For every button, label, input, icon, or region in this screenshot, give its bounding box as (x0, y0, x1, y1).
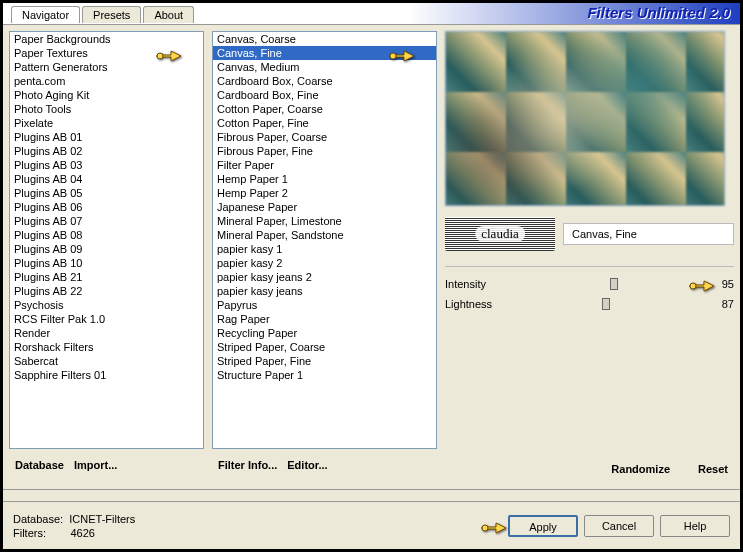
category-list[interactable]: Paper BackgroundsPaper TexturesPattern G… (9, 31, 204, 449)
list-item[interactable]: Plugins AB 21 (10, 270, 203, 284)
current-filter-name: Canvas, Fine (563, 223, 734, 245)
list-item[interactable]: Plugins AB 07 (10, 214, 203, 228)
filtername-row: Canvas, Fine (445, 216, 734, 252)
list-item[interactable]: Cotton Paper, Coarse (213, 102, 436, 116)
sliders-panel: Intensity95Lightness87 (445, 266, 734, 317)
tab-presets[interactable]: Presets (82, 6, 141, 23)
list-item[interactable]: Papyrus (213, 298, 436, 312)
filters-label: Filters: (13, 527, 46, 539)
preview-bottom-buttons: Randomize Reset (445, 453, 734, 479)
editor-button[interactable]: Editor... (285, 455, 329, 475)
list-item[interactable]: Recycling Paper (213, 326, 436, 340)
reset-button[interactable]: Reset (696, 459, 730, 479)
db-label: Database: (13, 513, 63, 525)
list-item[interactable]: Canvas, Coarse (213, 32, 436, 46)
list-item[interactable]: Structure Paper 1 (213, 368, 436, 382)
watermark-badge (445, 217, 555, 251)
list-item[interactable]: Psychosis (10, 298, 203, 312)
list-item[interactable]: Mineral Paper, Limestone (213, 214, 436, 228)
slider-thumb[interactable] (602, 298, 610, 310)
list-item[interactable]: Striped Paper, Fine (213, 354, 436, 368)
list-item[interactable]: Cardboard Box, Coarse (213, 74, 436, 88)
database-button[interactable]: Database (13, 455, 66, 475)
slider-label: Lightness (445, 298, 505, 310)
tab-navigator[interactable]: Navigator (11, 6, 80, 23)
pointer-hand-icon (480, 517, 508, 537)
list-item[interactable]: Plugins AB 02 (10, 144, 203, 158)
list-item[interactable]: RCS Filter Pak 1.0 (10, 312, 203, 326)
list-item[interactable]: Sapphire Filters 01 (10, 368, 203, 382)
list-item[interactable]: Paper Textures (10, 46, 203, 60)
list-item[interactable]: Mineral Paper, Sandstone (213, 228, 436, 242)
list-item[interactable]: Plugins AB 08 (10, 228, 203, 242)
slider-value: 95 (714, 278, 734, 290)
filter-list[interactable]: Canvas, CoarseCanvas, FineCanvas, Medium… (212, 31, 437, 449)
app-title: Filters Unlimited 2.0 (587, 4, 730, 21)
list-item[interactable]: Rorshack Filters (10, 340, 203, 354)
list-item[interactable]: Canvas, Fine (213, 46, 436, 60)
list-item[interactable]: Pixelate (10, 116, 203, 130)
category-column: Paper BackgroundsPaper TexturesPattern G… (9, 31, 204, 479)
list-item[interactable]: Cardboard Box, Fine (213, 88, 436, 102)
slider-value: 87 (714, 298, 734, 310)
list-item[interactable]: papier kasy 1 (213, 242, 436, 256)
slider-track[interactable] (511, 297, 708, 311)
list-item[interactable]: Hemp Paper 1 (213, 172, 436, 186)
help-button[interactable]: Help (660, 515, 730, 537)
list-item[interactable]: papier kasy jeans (213, 284, 436, 298)
list-item[interactable]: Plugins AB 09 (10, 242, 203, 256)
list-item[interactable]: Plugins AB 10 (10, 256, 203, 270)
list-item[interactable]: Japanese Paper (213, 200, 436, 214)
list-item[interactable]: Fibrous Paper, Fine (213, 144, 436, 158)
list-item[interactable]: papier kasy jeans 2 (213, 270, 436, 284)
list-item[interactable]: Plugins AB 01 (10, 130, 203, 144)
slider-label: Intensity (445, 278, 505, 290)
list-item[interactable]: Hemp Paper 2 (213, 186, 436, 200)
list-item[interactable]: Filter Paper (213, 158, 436, 172)
list-item[interactable]: penta.com (10, 74, 203, 88)
slider-intensity: Intensity95 (445, 277, 734, 291)
list-item[interactable]: Plugins AB 03 (10, 158, 203, 172)
list-item[interactable]: Plugins AB 05 (10, 186, 203, 200)
import-button[interactable]: Import... (72, 455, 119, 475)
filter-column: Canvas, CoarseCanvas, FineCanvas, Medium… (212, 31, 437, 479)
list-item[interactable]: Cotton Paper, Fine (213, 116, 436, 130)
list-item[interactable]: Photo Tools (10, 102, 203, 116)
topbar: NavigatorPresetsAbout Filters Unlimited … (3, 3, 740, 25)
list-item[interactable]: Photo Aging Kit (10, 88, 203, 102)
list-item[interactable]: Pattern Generators (10, 60, 203, 74)
list-item[interactable]: Fibrous Paper, Coarse (213, 130, 436, 144)
list-item[interactable]: Render (10, 326, 203, 340)
list-item[interactable]: papier kasy 2 (213, 256, 436, 270)
tabstrip: NavigatorPresetsAbout (11, 6, 196, 23)
cancel-button[interactable]: Cancel (584, 515, 654, 537)
app-window: NavigatorPresetsAbout Filters Unlimited … (2, 2, 741, 550)
preview-column: Canvas, Fine Intensity95Lightness87 Rand… (445, 31, 734, 479)
preview-image (445, 31, 725, 206)
list-item[interactable]: Paper Backgrounds (10, 32, 203, 46)
list-item[interactable]: Canvas, Medium (213, 60, 436, 74)
col1-buttons: Database Import... (9, 455, 204, 475)
list-item[interactable]: Rag Paper (213, 312, 436, 326)
divider (3, 489, 740, 490)
svg-point-0 (157, 53, 163, 59)
footer-buttons: Apply Cancel Help (508, 515, 730, 537)
db-value: ICNET-Filters (69, 513, 135, 525)
col2-buttons: Filter Info... Editor... (212, 455, 437, 475)
list-item[interactable]: Plugins AB 04 (10, 172, 203, 186)
list-item[interactable]: Striped Paper, Coarse (213, 340, 436, 354)
apply-button[interactable]: Apply (508, 515, 578, 537)
list-item[interactable]: Sabercat (10, 354, 203, 368)
slider-lightness: Lightness87 (445, 297, 734, 311)
footer: Database: ICNET-Filters Filters: 4626 Ap… (3, 501, 740, 549)
tab-about[interactable]: About (143, 6, 194, 23)
filters-value: 4626 (70, 527, 94, 539)
slider-track[interactable] (511, 277, 708, 291)
svg-point-3 (482, 525, 488, 531)
list-item[interactable]: Plugins AB 06 (10, 200, 203, 214)
filterinfo-button[interactable]: Filter Info... (216, 455, 279, 475)
slider-thumb[interactable] (610, 278, 618, 290)
svg-point-1 (390, 53, 396, 59)
randomize-button[interactable]: Randomize (609, 459, 672, 479)
list-item[interactable]: Plugins AB 22 (10, 284, 203, 298)
